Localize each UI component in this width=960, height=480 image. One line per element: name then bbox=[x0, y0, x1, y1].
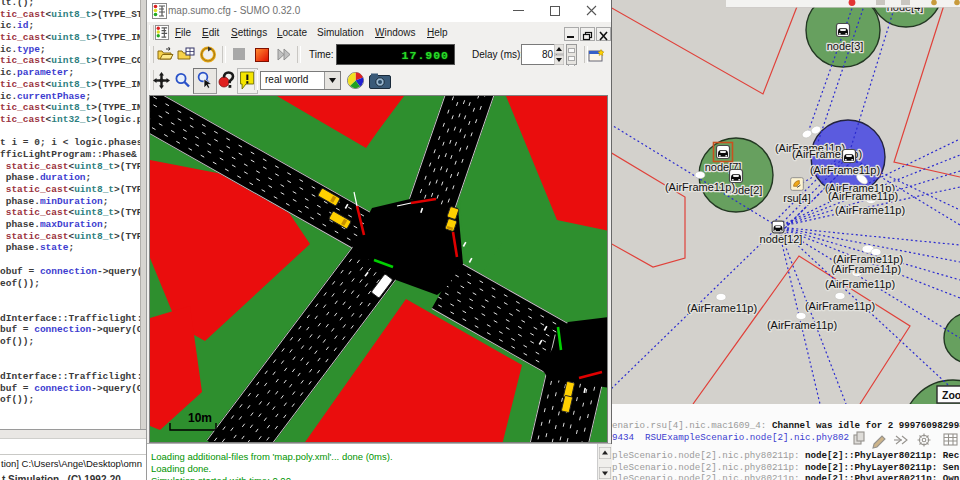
svg-text:node[12]: node[12] bbox=[760, 233, 803, 245]
svg-text:(AirFrame11p): (AirFrame11p) bbox=[687, 302, 757, 314]
svg-text:(AirFrame11p): (AirFrame11p) bbox=[665, 181, 735, 193]
svg-text:(AirFrame11p): (AirFrame11p) bbox=[810, 164, 880, 176]
svg-text:(AirFrame11p): (AirFrame11p) bbox=[825, 278, 895, 290]
svg-text:(AirFrame11p): (AirFrame11p) bbox=[831, 263, 901, 275]
svg-text:node[3]: node[3] bbox=[827, 40, 864, 52]
svg-text:(AirFrame11p): (AirFrame11p) bbox=[835, 204, 905, 216]
svg-text:(AirFrame11p): (AirFrame11p) bbox=[767, 319, 837, 331]
svg-text:rsu[4]: rsu[4] bbox=[783, 192, 811, 204]
svg-text:(AirFrame11p): (AirFrame11p) bbox=[805, 300, 875, 312]
svg-text:Zoo: Zoo bbox=[942, 389, 960, 401]
svg-text:(AirFrame11p): (AirFrame11p) bbox=[828, 190, 898, 202]
svg-text:10m: 10m bbox=[188, 411, 212, 425]
